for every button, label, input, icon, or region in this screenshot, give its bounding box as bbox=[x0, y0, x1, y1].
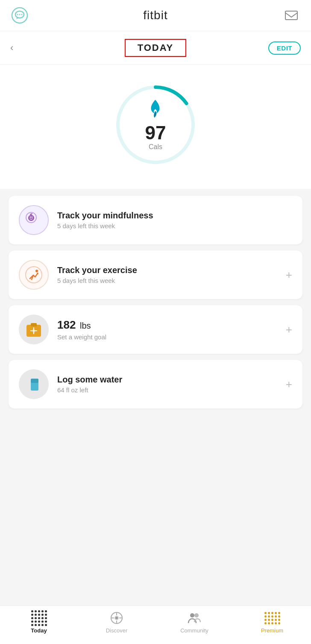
nav-discover[interactable]: Discover bbox=[78, 610, 156, 634]
back-button[interactable]: ‹ bbox=[10, 42, 13, 53]
svg-point-15 bbox=[37, 273, 38, 274]
header: fitbit bbox=[0, 0, 311, 31]
water-icon-wrap bbox=[19, 369, 49, 399]
svg-rect-17 bbox=[31, 323, 37, 326]
svg-point-10 bbox=[32, 217, 33, 218]
calorie-value: 97 bbox=[145, 124, 166, 142]
premium-nav-label: Premium bbox=[261, 627, 283, 634]
discover-nav-label: Discover bbox=[106, 627, 128, 634]
weight-value-display: 182 lbs bbox=[57, 318, 277, 332]
mindfulness-card[interactable]: Track your mindfulness 5 days left this … bbox=[9, 196, 302, 244]
flame-icon bbox=[145, 99, 166, 123]
exercise-add-button[interactable]: + bbox=[286, 268, 292, 282]
svg-point-2 bbox=[17, 14, 18, 15]
today-label: TODAY bbox=[125, 39, 187, 57]
discover-nav-icon bbox=[109, 610, 124, 626]
exercise-card[interactable]: Track your exercise 5 days left this wee… bbox=[9, 250, 302, 299]
exercise-icon-wrap bbox=[19, 260, 49, 290]
water-subtitle: 64 fl oz left bbox=[57, 386, 277, 394]
calorie-unit: Cals bbox=[145, 143, 166, 151]
nav-community[interactable]: Community bbox=[156, 610, 233, 634]
exercise-title: Track your exercise bbox=[57, 265, 277, 275]
weight-card[interactable]: 182 lbs Set a weight goal + bbox=[9, 305, 302, 354]
cards-section: Track your mindfulness 5 days left this … bbox=[0, 189, 311, 415]
mindfulness-title: Track your mindfulness bbox=[57, 211, 292, 221]
today-nav-icon bbox=[31, 610, 47, 626]
weight-icon-wrap bbox=[19, 315, 49, 344]
svg-point-14 bbox=[35, 270, 38, 272]
premium-nav-icon bbox=[264, 610, 280, 626]
edit-button[interactable]: EDIT bbox=[268, 41, 301, 55]
svg-point-9 bbox=[30, 217, 31, 218]
weight-subtitle: Set a weight goal bbox=[57, 333, 277, 341]
svg-rect-5 bbox=[285, 11, 297, 20]
today-bar: ‹ TODAY EDIT bbox=[0, 31, 311, 65]
svg-line-12 bbox=[31, 214, 32, 214]
chat-icon[interactable] bbox=[10, 6, 29, 25]
calorie-section: 97 Cals bbox=[0, 65, 311, 189]
today-nav-label: Today bbox=[31, 627, 47, 634]
svg-rect-22 bbox=[32, 384, 38, 390]
exercise-subtitle: 5 days left this week bbox=[57, 277, 277, 284]
nav-today[interactable]: Today bbox=[0, 610, 78, 634]
bottom-nav: Today Discover Community bbox=[0, 606, 311, 644]
water-title: Log some water bbox=[57, 375, 277, 385]
svg-rect-21 bbox=[31, 379, 38, 383]
app-title: fitbit bbox=[143, 9, 167, 22]
svg-point-3 bbox=[19, 14, 21, 15]
mindfulness-icon-wrap bbox=[19, 205, 49, 235]
exercise-text: Track your exercise 5 days left this wee… bbox=[57, 265, 277, 284]
community-nav-icon bbox=[187, 610, 202, 626]
inbox-icon[interactable] bbox=[282, 6, 301, 25]
svg-point-26 bbox=[114, 616, 119, 620]
calorie-circle[interactable]: 97 Cals bbox=[113, 82, 198, 168]
nav-premium[interactable]: Premium bbox=[233, 610, 311, 634]
svg-point-0 bbox=[12, 8, 27, 23]
weight-text: 182 lbs Set a weight goal bbox=[57, 318, 277, 341]
community-nav-label: Community bbox=[180, 627, 208, 634]
water-card[interactable]: Log some water 64 fl oz left + bbox=[9, 360, 302, 409]
mindfulness-text: Track your mindfulness 5 days left this … bbox=[57, 211, 292, 229]
svg-point-27 bbox=[190, 613, 194, 618]
svg-point-28 bbox=[194, 613, 199, 618]
weight-add-button[interactable]: + bbox=[286, 323, 292, 336]
water-text: Log some water 64 fl oz left bbox=[57, 375, 277, 394]
water-add-button[interactable]: + bbox=[286, 378, 292, 391]
svg-point-13 bbox=[26, 267, 42, 283]
mindfulness-subtitle: 5 days left this week bbox=[57, 222, 292, 229]
svg-point-4 bbox=[21, 14, 23, 15]
